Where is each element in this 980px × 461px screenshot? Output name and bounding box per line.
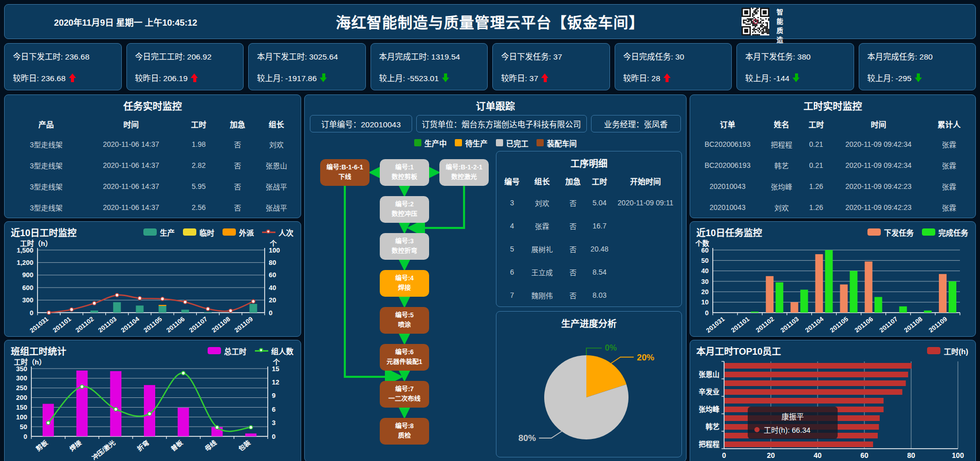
column-header: 累计人 bbox=[927, 119, 971, 129]
chart-legend: 工时(h) bbox=[927, 345, 968, 356]
kpi-value: 今日完工工时: 206.92 bbox=[135, 50, 235, 62]
flow-node-label: 质检 bbox=[398, 431, 411, 441]
order-info-box: 订货单位：烟台东方瑞创达电子科技有限公司 bbox=[416, 115, 587, 132]
legend-swatch bbox=[414, 139, 421, 146]
svg-text:0: 0 bbox=[705, 309, 709, 317]
chart-legend: 总工时组人数 bbox=[208, 345, 293, 356]
hours-monitor-table: 订单姓名工时时间累计人BC202006193把程程0.212020-11-09 … bbox=[690, 114, 975, 218]
svg-text:80%: 80% bbox=[519, 433, 536, 443]
svg-text:20: 20 bbox=[701, 288, 709, 296]
tooltip-name: 康振平 bbox=[754, 411, 831, 421]
table-cell: 否 bbox=[561, 198, 585, 208]
svg-text:201108: 201108 bbox=[211, 315, 232, 334]
table-cell: 5 bbox=[501, 245, 524, 253]
flow-node-id: 编号:B-1-6-1 bbox=[326, 163, 363, 172]
panel-hours-chart: 近10日工时监控 生产临时外派人次 03006009001,2001,50002… bbox=[4, 221, 301, 337]
table-cell: 3型走线架 bbox=[9, 160, 84, 170]
panel-title: 工时实时监控 bbox=[690, 95, 975, 114]
svg-text:包装: 包装 bbox=[236, 438, 252, 453]
kpi-compare: 较昨日: 28 bbox=[623, 72, 724, 83]
table-cell: 韩艺 bbox=[761, 160, 802, 170]
legend-item: 工时(h) bbox=[927, 345, 968, 356]
svg-text:30: 30 bbox=[701, 278, 709, 285]
order-info-box: 业务经理：张凤香 bbox=[591, 115, 681, 132]
svg-text:900: 900 bbox=[22, 271, 33, 279]
legend-item: 总工时 bbox=[208, 345, 247, 356]
kpi-value: 今日下发任务: 37 bbox=[501, 50, 601, 62]
table-cell: 0.21 bbox=[802, 140, 830, 148]
svg-text:100: 100 bbox=[16, 413, 27, 421]
svg-text:0: 0 bbox=[269, 309, 272, 317]
table-row: 3型走线架2020-11-06 14:372.82否张恩山 bbox=[9, 155, 297, 176]
kpi-compare-text: 较昨日: 28 bbox=[623, 72, 660, 83]
legend-item: 待生产 bbox=[455, 138, 488, 148]
svg-text:6: 6 bbox=[272, 406, 275, 413]
table-cell: 8.54 bbox=[585, 268, 614, 276]
kpi-compare-text: 较上月: -1917.86 bbox=[257, 72, 317, 83]
table-cell: 2020-11-09 09:11 bbox=[614, 199, 677, 207]
flow-node-label: 数控剪板 bbox=[392, 172, 417, 182]
kpi-card: 本月下发任务: 380较上月: -144 bbox=[736, 43, 854, 90]
kpi-compare-text: 较上月: -5523.01 bbox=[379, 72, 439, 83]
kpi-card: 今日完工工时: 206.92较昨日: 206.19 bbox=[126, 43, 244, 90]
table-cell: 否 bbox=[561, 244, 585, 254]
svg-text:60: 60 bbox=[860, 451, 868, 459]
panel-title: 近10日任务监控 bbox=[696, 225, 762, 239]
table-cell: 202010043 bbox=[694, 182, 761, 190]
kpi-card: 今日完成任务: 30较昨日: 28 bbox=[615, 43, 732, 90]
flow-node-id: 编号:7 bbox=[395, 385, 414, 394]
middle-column: 订单跟踪 订单编号：202010043订货单位：烟台东方瑞创达电子科技有限公司业… bbox=[304, 94, 687, 457]
legend-item: 下发任务 bbox=[867, 227, 914, 238]
series-dot-icon bbox=[754, 427, 760, 432]
kpi-row: 今日下发工时: 236.68较昨日: 236.68今日完工工时: 206.92较… bbox=[4, 43, 976, 90]
legend-swatch bbox=[183, 228, 196, 236]
column-header: 产品 bbox=[9, 119, 84, 129]
legend-line-marker bbox=[255, 347, 268, 354]
flow-node-id: 编号:1 bbox=[395, 163, 414, 172]
kpi-compare: 较昨日: 37 bbox=[501, 72, 601, 83]
svg-text:0: 0 bbox=[272, 433, 275, 440]
table-cell: 王立成 bbox=[524, 267, 561, 277]
tasks-10day-chart: 0102030405060201031201101201102201103201… bbox=[690, 239, 975, 336]
legend-label: 临时 bbox=[199, 227, 214, 238]
order-sub-column: 工序明细 编号组长加急工时开始时间3刘欢否5.042020-11-09 09:1… bbox=[496, 151, 682, 457]
header-brand: 智能质造 bbox=[742, 8, 784, 46]
flow-node-label: 数控冲压 bbox=[392, 209, 417, 219]
legend-label: 待生产 bbox=[465, 138, 488, 148]
table-cell: 展树礼 bbox=[524, 244, 561, 254]
table-cell: 16.7 bbox=[585, 222, 614, 230]
kpi-compare-text: 较上月: -144 bbox=[745, 72, 789, 83]
svg-text:40: 40 bbox=[701, 267, 709, 275]
table-cell: 2.56 bbox=[178, 203, 218, 212]
table-row: 5展树礼否20.48 bbox=[501, 237, 677, 260]
table-cell: 张均峰 bbox=[761, 181, 802, 191]
order-info-row: 订单编号：202010043订货单位：烟台东方瑞创达电子科技有限公司业务经理：张… bbox=[310, 115, 681, 132]
table-cell: 2020-11-09 09:42:23 bbox=[830, 203, 927, 212]
svg-text:母线: 母线 bbox=[203, 438, 218, 453]
kpi-compare: 较昨日: 236.68 bbox=[13, 72, 113, 83]
legend-item: 已完工 bbox=[496, 138, 529, 148]
table-cell: 张霖 bbox=[524, 221, 561, 231]
svg-text:20: 20 bbox=[767, 451, 775, 459]
svg-text:250: 250 bbox=[16, 384, 27, 392]
kpi-value: 本月下发任务: 380 bbox=[745, 50, 845, 62]
qr-caption: 智能质造 bbox=[774, 9, 784, 46]
svg-text:辛发业: 辛发业 bbox=[699, 388, 720, 396]
dashboard: 2020年11月9日 星期一 上午10:45:12 海红智能制造与质量管理云平台… bbox=[0, 0, 980, 461]
svg-text:300: 300 bbox=[22, 296, 33, 304]
panel-top10-chart: 本月工时TOP10员工 工时(h) 020406080100张恩山辛发业张均峰韩… bbox=[690, 340, 976, 461]
trend-down-icon bbox=[792, 73, 800, 82]
table-cell: 否 bbox=[219, 160, 256, 170]
column-header: 加急 bbox=[561, 176, 585, 186]
panel-title: 生产进度分析 bbox=[496, 312, 681, 331]
svg-text:201107: 201107 bbox=[878, 315, 899, 334]
kpi-compare: 较昨日: 206.19 bbox=[135, 72, 235, 83]
svg-text:冲压/激光: 冲压/激光 bbox=[90, 438, 117, 461]
trend-up-icon bbox=[191, 73, 198, 82]
table-cell: 6 bbox=[501, 268, 524, 276]
svg-text:150: 150 bbox=[16, 404, 27, 411]
table-cell: 否 bbox=[561, 267, 585, 277]
svg-text:0: 0 bbox=[722, 451, 726, 459]
svg-text:40: 40 bbox=[813, 451, 822, 459]
legend-item: 装配车间 bbox=[537, 138, 577, 148]
